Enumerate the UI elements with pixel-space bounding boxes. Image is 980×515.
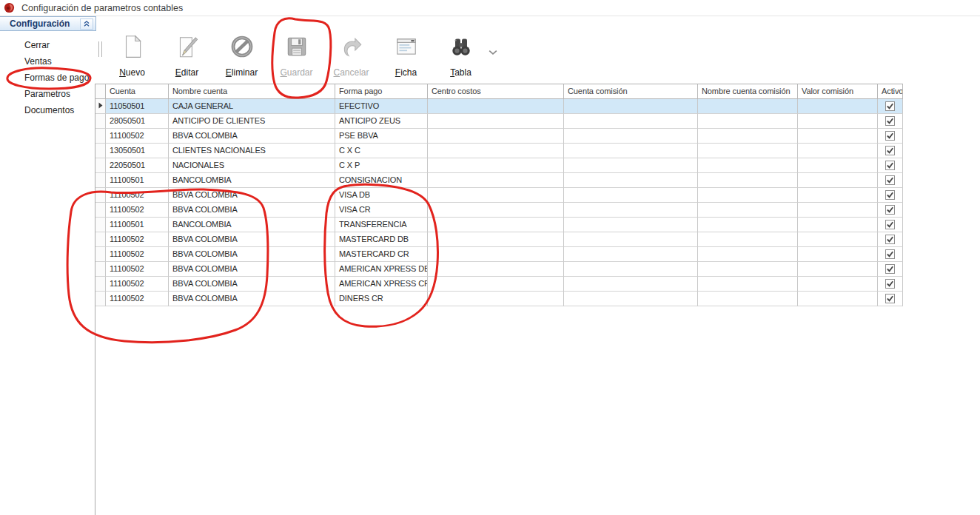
cell-cuenta[interactable]: 11100502: [106, 232, 169, 247]
cell-nombre-cuenta-comision[interactable]: [698, 247, 798, 262]
cell-cuenta[interactable]: 13050501: [106, 144, 169, 158]
table-row[interactable]: 11100502BBVA COLOMBIAVISA CR: [95, 203, 903, 218]
cell-nombre-cuenta-comision[interactable]: [698, 218, 798, 232]
cell-cuenta[interactable]: 11100502: [106, 129, 169, 144]
cell-nombre-cuenta-comision[interactable]: [698, 129, 798, 144]
cell-nombre-cuenta-comision[interactable]: [698, 144, 798, 158]
sidebar-item-cerrar[interactable]: Cerrar: [0, 37, 95, 53]
cell-forma-pago[interactable]: TRANSFERENCIA: [335, 218, 428, 232]
guardar-button[interactable]: Guardar: [272, 34, 321, 78]
nuevo-button[interactable]: Nuevo: [107, 34, 157, 78]
cell-forma-pago[interactable]: VISA CR: [335, 203, 428, 218]
ficha-button[interactable]: Ficha: [381, 34, 431, 78]
cell-nombre-cuenta[interactable]: BBVA COLOMBIA: [169, 129, 335, 144]
activo-checkbox[interactable]: [885, 235, 895, 244]
toolbar-grip[interactable]: [98, 41, 102, 57]
cell-cuenta-comision[interactable]: [564, 203, 698, 218]
cell-cuenta[interactable]: 11100502: [106, 277, 169, 292]
cell-valor-comision[interactable]: [798, 247, 878, 262]
cell-nombre-cuenta-comision[interactable]: [698, 114, 798, 129]
eliminar-button[interactable]: Eliminar: [217, 34, 266, 78]
cell-centro-costos[interactable]: [428, 158, 564, 173]
cell-centro-costos[interactable]: [428, 218, 564, 232]
activo-checkbox[interactable]: [885, 101, 895, 111]
row-selector-cell[interactable]: [95, 188, 106, 203]
cell-valor-comision[interactable]: [798, 173, 878, 188]
cell-valor-comision[interactable]: [798, 129, 878, 144]
column-header-cuenta[interactable]: Cuenta: [106, 84, 169, 99]
row-selector-cell[interactable]: [95, 158, 106, 173]
cell-cuenta-comision[interactable]: [564, 218, 698, 232]
cell-nombre-cuenta-comision[interactable]: [698, 277, 798, 292]
cell-centro-costos[interactable]: [428, 292, 564, 306]
row-selector-cell[interactable]: [95, 218, 106, 232]
cell-cuenta[interactable]: 11100501: [106, 218, 169, 232]
cell-cuenta-comision[interactable]: [564, 129, 698, 144]
row-selector-cell[interactable]: [95, 277, 106, 292]
row-selector-cell[interactable]: [95, 247, 106, 262]
activo-checkbox[interactable]: [885, 279, 895, 289]
cell-nombre-cuenta[interactable]: BBVA COLOMBIA: [169, 277, 335, 292]
cell-cuenta-comision[interactable]: [564, 114, 698, 129]
cell-forma-pago[interactable]: AMERICAN XPRESS CR: [335, 277, 428, 292]
cell-nombre-cuenta[interactable]: BBVA COLOMBIA: [169, 262, 335, 277]
tabla-button[interactable]: Tabla: [436, 34, 486, 78]
table-row[interactable]: 11100501BANCOLOMBIACONSIGNACION: [95, 173, 903, 188]
table-row[interactable]: 11100502BBVA COLOMBIAAMERICAN XPRESS CR: [95, 277, 903, 292]
table-row[interactable]: 11100502BBVA COLOMBIAVISA DB: [95, 188, 903, 203]
cell-centro-costos[interactable]: [428, 99, 564, 114]
table-row[interactable]: 11100502BBVA COLOMBIAMASTERCARD DB: [95, 232, 903, 247]
cell-nombre-cuenta[interactable]: BBVA COLOMBIA: [169, 292, 335, 306]
cell-valor-comision[interactable]: [798, 114, 878, 129]
cell-nombre-cuenta[interactable]: BBVA COLOMBIA: [169, 232, 335, 247]
row-selector-cell[interactable]: [95, 292, 106, 306]
cell-valor-comision[interactable]: [798, 144, 878, 158]
cell-centro-costos[interactable]: [428, 262, 564, 277]
chevron-down-icon[interactable]: [489, 45, 497, 53]
row-selector-cell[interactable]: [95, 129, 106, 144]
cell-cuenta[interactable]: 11100502: [106, 262, 169, 277]
cell-centro-costos[interactable]: [428, 188, 564, 203]
cell-cuenta[interactable]: 11100502: [106, 203, 169, 218]
column-header-activo[interactable]: Activo: [878, 84, 903, 99]
cell-forma-pago[interactable]: C X P: [335, 158, 428, 173]
cell-nombre-cuenta-comision[interactable]: [698, 262, 798, 277]
table-row[interactable]: 11100501BANCOLOMBIATRANSFERENCIA: [95, 218, 903, 232]
cell-nombre-cuenta-comision[interactable]: [698, 292, 798, 306]
sidebar-item-documentos[interactable]: Documentos: [0, 102, 95, 118]
cell-nombre-cuenta-comision[interactable]: [698, 232, 798, 247]
cell-nombre-cuenta[interactable]: CLIENTES NACIONALES: [169, 144, 335, 158]
cell-forma-pago[interactable]: PSE BBVA: [335, 129, 428, 144]
row-selector-cell[interactable]: [95, 114, 106, 129]
row-selector-cell[interactable]: [95, 144, 106, 158]
sidebar-item-parametros[interactable]: Parametros: [0, 86, 95, 102]
activo-checkbox[interactable]: [885, 161, 895, 170]
cell-cuenta-comision[interactable]: [564, 99, 698, 114]
cell-valor-comision[interactable]: [798, 158, 878, 173]
cell-cuenta-comision[interactable]: [564, 262, 698, 277]
cell-centro-costos[interactable]: [428, 277, 564, 292]
activo-checkbox[interactable]: [885, 220, 895, 229]
cell-centro-costos[interactable]: [428, 173, 564, 188]
cell-valor-comision[interactable]: [798, 292, 878, 306]
cell-forma-pago[interactable]: EFECTIVO: [335, 99, 428, 114]
sidebar-item-formas-de-pago[interactable]: Formas de pago: [0, 70, 95, 86]
cell-centro-costos[interactable]: [428, 129, 564, 144]
cell-nombre-cuenta[interactable]: ANTICIPO DE CLIENTES: [169, 114, 335, 129]
cell-valor-comision[interactable]: [798, 203, 878, 218]
cell-nombre-cuenta[interactable]: BANCOLOMBIA: [169, 218, 335, 232]
cell-nombre-cuenta[interactable]: CAJA GENERAL: [169, 99, 335, 114]
cell-cuenta[interactable]: 11100501: [106, 173, 169, 188]
cell-cuenta[interactable]: 11050501: [106, 99, 169, 114]
cell-nombre-cuenta-comision[interactable]: [698, 188, 798, 203]
editar-button[interactable]: Editar: [162, 34, 212, 78]
activo-checkbox[interactable]: [885, 294, 895, 303]
cell-centro-costos[interactable]: [428, 203, 564, 218]
activo-checkbox[interactable]: [885, 116, 895, 126]
cell-nombre-cuenta-comision[interactable]: [698, 203, 798, 218]
column-header-forma-pago[interactable]: Forma pago: [335, 84, 428, 99]
table-row[interactable]: 11050501CAJA GENERALEFECTIVO: [95, 99, 903, 114]
cell-nombre-cuenta-comision[interactable]: [698, 99, 798, 114]
cell-cuenta-comision[interactable]: [564, 188, 698, 203]
cell-cuenta-comision[interactable]: [564, 292, 698, 306]
